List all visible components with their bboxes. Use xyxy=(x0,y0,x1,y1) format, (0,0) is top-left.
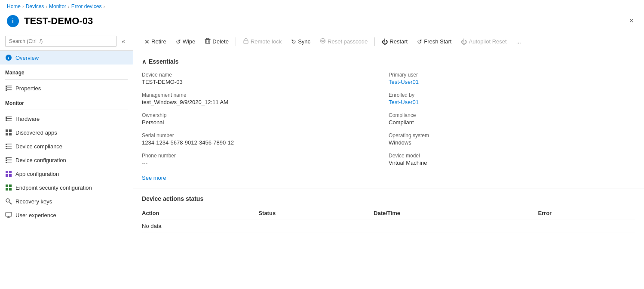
remote-lock-button[interactable]: Remote lock xyxy=(239,36,286,47)
overview-icon: i xyxy=(5,54,12,61)
svg-rect-2 xyxy=(6,86,7,87)
recovery-keys-icon xyxy=(5,198,12,205)
content-body: ∧ Essentials Device name TEST-DEMO-03 xyxy=(133,51,644,289)
page-title: TEST-DEMO-03 xyxy=(24,15,620,27)
sidebar-item-user-experience[interactable]: User experience xyxy=(0,208,133,222)
delete-button[interactable]: Delete xyxy=(200,36,233,47)
page-header: i TEST-DEMO-03 × xyxy=(0,13,644,32)
breadcrumb-home[interactable]: Home xyxy=(7,3,21,9)
sidebar-item-endpoint-security[interactable]: Endpoint security configuration xyxy=(0,181,133,194)
more-options-button[interactable]: ... xyxy=(512,36,525,47)
svg-rect-50 xyxy=(244,40,248,43)
breadcrumb-error-devices[interactable]: Error devices xyxy=(71,3,102,9)
wipe-button[interactable]: ↺ Wipe xyxy=(172,36,200,47)
essentials-item-enrolled-by: Enrolled by Test-User01 xyxy=(389,92,635,105)
svg-rect-11 xyxy=(7,118,12,119)
svg-rect-17 xyxy=(9,133,12,135)
restart-icon: ⏻ xyxy=(382,38,388,45)
essentials-header[interactable]: ∧ Essentials xyxy=(142,58,635,65)
svg-rect-37 xyxy=(9,188,12,191)
close-button[interactable]: × xyxy=(626,15,637,27)
essentials-section: ∧ Essentials Device name TEST-DEMO-03 xyxy=(133,51,644,188)
svg-rect-23 xyxy=(7,148,12,149)
svg-text:i: i xyxy=(8,55,9,60)
reset-passcode-icon xyxy=(320,38,326,45)
retire-label: Retire xyxy=(151,38,166,45)
device-name-value: TEST-DEMO-03 xyxy=(142,79,380,85)
col-action: Action xyxy=(142,207,258,219)
sidebar-collapse-button[interactable]: « xyxy=(119,37,128,46)
sidebar-item-discovered-apps[interactable]: Discovered apps xyxy=(0,126,133,139)
restart-label: Restart xyxy=(389,38,408,45)
wipe-icon: ↺ xyxy=(176,38,181,45)
toolbar-sep-1 xyxy=(236,37,236,46)
restart-button[interactable]: ⏻ Restart xyxy=(377,36,412,47)
primary-user-label: Primary user xyxy=(389,72,627,78)
svg-rect-45 xyxy=(205,40,210,43)
sync-button[interactable]: ↻ Sync xyxy=(287,36,315,47)
svg-rect-27 xyxy=(7,160,12,160)
phone-number-label: Phone number xyxy=(142,153,380,159)
reset-passcode-label: Reset passcode xyxy=(328,38,368,45)
breadcrumb-devices[interactable]: Devices xyxy=(26,3,44,9)
svg-rect-16 xyxy=(6,133,8,135)
sidebar-item-device-compliance[interactable]: Device compliance xyxy=(0,139,133,153)
device-configuration-icon xyxy=(5,157,12,163)
fresh-start-button[interactable]: ↺ Fresh Start xyxy=(413,36,456,47)
essentials-item-serial-number: Serial number 1234-1234-5678-9012-3456-7… xyxy=(142,132,389,146)
sidebar-item-app-configuration[interactable]: App configuration xyxy=(0,167,133,181)
remote-lock-icon xyxy=(243,38,249,45)
endpoint-security-label: Endpoint security configuration xyxy=(15,184,92,191)
retire-icon: ✕ xyxy=(144,38,150,45)
svg-rect-14 xyxy=(6,129,8,132)
management-name-value: test_Windows_9/9/2020_12:11 AM xyxy=(142,99,380,105)
svg-rect-22 xyxy=(6,148,7,149)
sidebar-item-overview[interactable]: i Overview xyxy=(0,51,133,65)
device-configuration-label: Device configuration xyxy=(15,157,66,163)
delete-icon xyxy=(205,38,211,45)
see-more-link[interactable]: See more xyxy=(142,175,635,181)
svg-rect-24 xyxy=(6,157,7,159)
os-label: Operating system xyxy=(389,132,627,138)
sidebar: « i Overview Manage xyxy=(0,32,133,289)
breadcrumb-sep-2: › xyxy=(46,4,47,9)
enrolled-by-value[interactable]: Test-User01 xyxy=(389,99,419,105)
recovery-keys-label: Recovery keys xyxy=(15,198,52,205)
svg-rect-15 xyxy=(9,129,12,132)
fresh-start-icon: ↺ xyxy=(417,38,422,45)
essentials-title: Essentials xyxy=(149,58,178,65)
monitor-divider xyxy=(5,110,128,110)
autopilot-reset-label: Autopilot Reset xyxy=(469,38,506,45)
sidebar-item-device-configuration[interactable]: Device configuration xyxy=(0,153,133,167)
svg-rect-31 xyxy=(9,171,12,173)
sidebar-item-recovery-keys[interactable]: Recovery keys xyxy=(0,194,133,208)
essentials-item-compliance: Compliance Compliant xyxy=(389,112,635,126)
col-datetime: Date/Time xyxy=(374,207,538,219)
sidebar-item-properties[interactable]: Properties xyxy=(0,81,133,95)
autopilot-reset-button[interactable]: ⏻ Autopilot Reset xyxy=(457,36,511,47)
discovered-apps-icon xyxy=(5,129,12,136)
hardware-label: Hardware xyxy=(15,116,40,122)
sidebar-search-area: « xyxy=(0,32,133,51)
sync-icon: ↻ xyxy=(291,38,296,45)
more-options-label: ... xyxy=(516,38,521,45)
col-error: Error xyxy=(538,207,635,219)
essentials-item-primary-user: Primary user Test-User01 xyxy=(389,72,635,85)
breadcrumb: Home › Devices › Monitor › Error devices… xyxy=(0,0,644,13)
sidebar-item-hardware[interactable]: Hardware xyxy=(0,112,133,126)
device-compliance-label: Device compliance xyxy=(15,143,62,150)
svg-rect-10 xyxy=(6,118,7,120)
ownership-label: Ownership xyxy=(142,112,380,118)
primary-user-value[interactable]: Test-User01 xyxy=(389,79,419,85)
breadcrumb-monitor[interactable]: Monitor xyxy=(49,3,66,9)
sync-label: Sync xyxy=(298,38,310,45)
compliance-value: Compliant xyxy=(389,119,627,126)
essentials-item-device-model: Device model Virtual Machine xyxy=(389,153,635,166)
reset-passcode-button[interactable]: Reset passcode xyxy=(316,36,372,47)
retire-button[interactable]: ✕ Retire xyxy=(140,36,171,47)
essentials-item-os: Operating system Windows xyxy=(389,132,635,146)
content-area: ✕ Retire ↺ Wipe Delete xyxy=(133,32,644,289)
svg-rect-4 xyxy=(6,88,7,89)
essentials-right-col: Primary user Test-User01 Enrolled by Tes… xyxy=(389,72,635,173)
search-input[interactable] xyxy=(5,36,117,47)
